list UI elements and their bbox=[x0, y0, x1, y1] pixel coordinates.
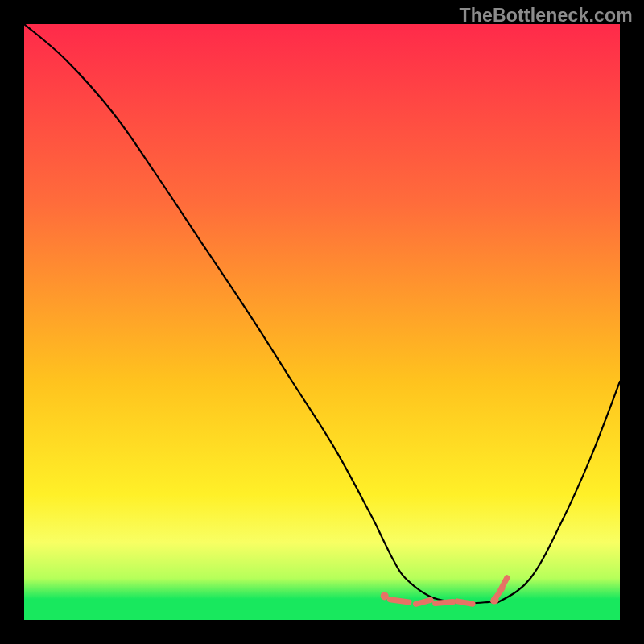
chart-curve bbox=[24, 24, 620, 603]
chart-marker-dash bbox=[390, 600, 408, 602]
watermark-text: TheBottleneck.com bbox=[459, 5, 633, 27]
chart-marker-dash bbox=[416, 600, 431, 604]
chart-markers bbox=[381, 578, 507, 605]
chart-svg bbox=[24, 24, 620, 620]
chart-marker-dash bbox=[436, 602, 453, 604]
chart-marker-dash bbox=[457, 601, 473, 604]
chart-plot-area bbox=[24, 24, 620, 620]
chart-marker-dash bbox=[501, 578, 507, 591]
chart-frame: TheBottleneck.com bbox=[0, 0, 644, 644]
